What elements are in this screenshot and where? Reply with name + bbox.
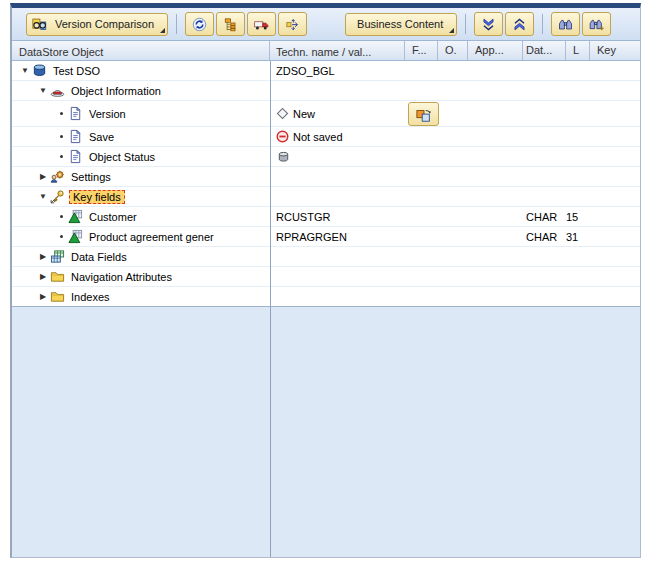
toolbar-separator: [176, 14, 177, 34]
save-value: Not saved: [293, 131, 343, 143]
sap-bw-dso-window: Version Comparison Business Content: [10, 3, 641, 558]
expand-all-button[interactable]: [474, 12, 503, 36]
dropdown-corner-icon: [160, 28, 165, 33]
column-divider[interactable]: [270, 61, 271, 557]
dropdown-corner-icon: [449, 28, 454, 33]
transport-button[interactable]: [247, 12, 276, 36]
empty-area: [12, 307, 640, 557]
key-icon: [50, 189, 66, 204]
expand-all-icon: [481, 17, 497, 32]
expand-toggle-icon[interactable]: ▶: [36, 252, 50, 261]
column-header-o[interactable]: O.: [438, 41, 468, 60]
application-toolbar: Version Comparison Business Content: [12, 8, 640, 41]
leaf-bullet-icon: [54, 155, 68, 158]
find-next-binoculars-plus-icon: [589, 17, 605, 32]
hierarchy-tree-icon: [223, 17, 239, 32]
tech-name-value: RPRAGRGEN: [270, 227, 405, 246]
length-value: 31: [566, 231, 590, 243]
infoobject-triangle-grid-icon: [68, 209, 84, 224]
column-header-l[interactable]: L: [566, 41, 590, 60]
table-row[interactable]: ▼ Key fields: [12, 187, 640, 207]
toolbar-separator: [542, 14, 543, 34]
collapse-all-button[interactable]: [505, 12, 534, 36]
tree-table-body: ▼ Test DSO ZDSO_BGL ▼ Object Information: [12, 61, 640, 557]
document-icon: [68, 129, 84, 144]
document-icon: [68, 106, 84, 121]
leaf-bullet-icon: [54, 135, 68, 138]
where-used-button[interactable]: [278, 12, 307, 36]
tree-node-label[interactable]: Product agreement gener: [87, 231, 216, 243]
leaf-bullet-icon: [54, 112, 68, 115]
table-row[interactable]: Object Status: [12, 147, 640, 167]
folder-icon: [50, 289, 66, 304]
table-row[interactable]: Save Not saved: [12, 127, 640, 147]
diamond-new-icon: [276, 107, 289, 120]
tree-node-label[interactable]: Indexes: [69, 291, 112, 303]
refresh-icon: [192, 17, 208, 32]
table-row[interactable]: ▼ Object Information: [12, 81, 640, 101]
where-used-icon: [285, 17, 301, 32]
tree-rows: ▼ Test DSO ZDSO_BGL ▼ Object Information: [12, 61, 640, 307]
tree-node-label[interactable]: Settings: [69, 171, 113, 183]
tree-node-label[interactable]: Object Status: [87, 151, 157, 163]
table-row[interactable]: ▶ Data Fields: [12, 247, 640, 267]
dso-cylinder-icon: [32, 63, 48, 78]
column-header-dat[interactable]: Dat...: [523, 41, 566, 60]
inactive-cylinder-icon: [276, 149, 291, 164]
table-row[interactable]: ▶ Navigation Attributes: [12, 267, 640, 287]
tree-node-label[interactable]: Test DSO: [51, 65, 102, 77]
tree-node-label[interactable]: Object Information: [69, 85, 163, 97]
switch-objects-icon: [414, 107, 434, 122]
settings-gear-person-icon: [50, 169, 66, 184]
leaf-bullet-icon: [54, 215, 68, 218]
toolbar-separator: [465, 14, 466, 34]
folder-icon: [50, 269, 66, 284]
business-content-label: Business Content: [351, 18, 451, 30]
document-icon: [68, 149, 84, 164]
business-content-button[interactable]: Business Content: [345, 13, 457, 36]
column-header-datastore-object[interactable]: DataStore Object: [12, 41, 270, 60]
tree-node-label[interactable]: Navigation Attributes: [69, 271, 174, 283]
find-binoculars-icon: [558, 17, 574, 32]
infoobject-triangle-grid-icon: [68, 229, 84, 244]
column-header-app[interactable]: App...: [468, 41, 523, 60]
tree-node-label[interactable]: Customer: [87, 211, 139, 223]
column-header-techn-name[interactable]: Techn. name / val...: [270, 41, 405, 60]
hierarchy-display-button[interactable]: [216, 12, 245, 36]
switch-display-change-button[interactable]: [408, 102, 439, 126]
expand-toggle-icon[interactable]: ▶: [36, 172, 50, 181]
tree-node-label[interactable]: Version: [87, 108, 128, 120]
object-information-hat-icon: [50, 83, 66, 98]
version-comparison-label: Version Comparison: [55, 18, 162, 30]
collapse-toggle-icon[interactable]: ▼: [36, 86, 50, 95]
refresh-button[interactable]: [185, 12, 214, 36]
table-row[interactable]: ▶ Indexes: [12, 287, 640, 307]
table-row[interactable]: ▶ Settings: [12, 167, 640, 187]
tree-node-label[interactable]: Save: [87, 131, 116, 143]
version-value: New: [293, 108, 315, 120]
leaf-bullet-icon: [54, 235, 68, 238]
find-button[interactable]: [551, 12, 580, 36]
collapse-toggle-icon[interactable]: ▼: [18, 66, 32, 75]
table-row[interactable]: Version New: [12, 101, 640, 127]
table-header: DataStore Object Techn. name / val... F.…: [12, 41, 640, 61]
expand-toggle-icon[interactable]: ▶: [36, 272, 50, 281]
table-row[interactable]: Customer RCUSTGR CHAR 15: [12, 207, 640, 227]
tech-name-value: ZDSO_BGL: [270, 61, 405, 80]
datatype-value: CHAR: [523, 211, 566, 223]
column-header-key[interactable]: Key: [590, 41, 640, 60]
tree-node-label-selected[interactable]: Key fields: [69, 190, 125, 204]
collapse-toggle-icon[interactable]: ▼: [36, 192, 50, 201]
transport-truck-icon: [254, 17, 270, 32]
collapse-all-icon: [512, 17, 528, 32]
version-comparison-button[interactable]: Version Comparison: [26, 13, 168, 36]
table-row[interactable]: Product agreement gener RPRAGRGEN CHAR 3…: [12, 227, 640, 247]
tech-name-value: RCUSTGR: [270, 207, 405, 226]
column-header-f[interactable]: F...: [405, 41, 438, 60]
version-comparison-glasses-icon: [32, 17, 48, 32]
length-value: 15: [566, 211, 590, 223]
expand-toggle-icon[interactable]: ▶: [36, 292, 50, 301]
tree-node-label[interactable]: Data Fields: [69, 251, 129, 263]
table-row[interactable]: ▼ Test DSO ZDSO_BGL: [12, 61, 640, 81]
find-next-button[interactable]: [582, 12, 611, 36]
